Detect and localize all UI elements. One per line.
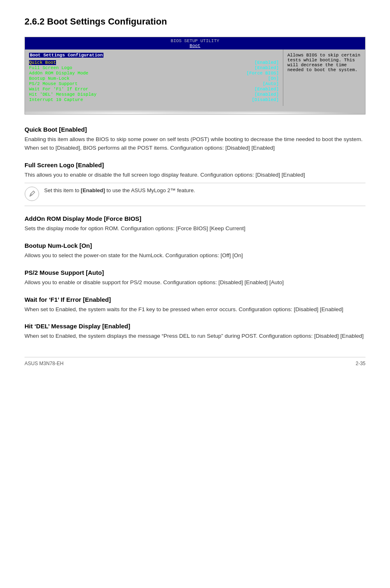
bios-item-value: [Enabled]	[255, 65, 279, 70]
section-text: This allows you to enable or disable the…	[25, 171, 365, 180]
bios-item-name: AddOn ROM Display Mode	[29, 71, 88, 76]
bios-item-name: Full Screen Logo	[29, 65, 72, 70]
section-text: Sets the display mode for option ROM. Co…	[25, 224, 365, 233]
section-ps2-mouse: PS/2 Mouse Support [Auto]Allows you to e…	[25, 269, 365, 287]
section-heading: Hit ‘DEL’ Message Display [Enabled]	[25, 323, 365, 330]
content-sections: Quick Boot [Enabled]Enabling this item a…	[25, 126, 365, 341]
section-text: When set to Enabled, the system displays…	[25, 332, 365, 341]
section-full-screen-logo: Full Screen Logo [Enabled]This allows yo…	[25, 162, 365, 206]
bios-left-panel: Boot Settings Configuration Quick Boot[E…	[25, 49, 283, 106]
section-quick-boot: Quick Boot [Enabled]Enabling this item a…	[25, 126, 365, 153]
bios-menu-item: Quick Boot[Enabled]	[29, 60, 279, 65]
page-title: 2.6.2 Boot Settings Configuration	[25, 16, 365, 27]
section-hit-del: Hit ‘DEL’ Message Display [Enabled]When …	[25, 323, 365, 341]
bios-item-name: Quick Boot	[29, 60, 56, 65]
section-wait-f1: Wait for ‘F1’ If Error [Enabled]When set…	[25, 296, 365, 314]
note-pencil-icon	[25, 186, 39, 202]
section-heading: Wait for ‘F1’ If Error [Enabled]	[25, 296, 365, 303]
section-heading: PS/2 Mouse Support [Auto]	[25, 269, 365, 276]
bios-menu-item: PS/2 Mouse Support[Auto]	[29, 81, 279, 86]
bios-menu-item: Interrupt 19 Capture[Disabled]	[29, 97, 279, 102]
footer-page-number: 2-35	[356, 361, 365, 366]
footer-product: ASUS M3N78-EH	[25, 361, 63, 366]
bios-item-name: Interrupt 19 Capture	[29, 97, 83, 102]
section-text: Allows you to select the power-on state …	[25, 251, 365, 260]
bios-item-name: Wait For 'F1' If Error	[29, 87, 88, 92]
bios-item-name: PS/2 Mouse Support	[29, 81, 78, 86]
bios-header: BIOS SETUP UTILITY Boot	[25, 37, 365, 49]
note-text: Set this item to [Enabled] to use the AS…	[44, 186, 195, 195]
section-heading: Quick Boot [Enabled]	[25, 126, 365, 133]
bios-header-title: BIOS SETUP UTILITY	[25, 38, 365, 43]
bios-menu-item: Bootup Num-Lock[On]	[29, 76, 279, 81]
bios-screen: BIOS SETUP UTILITY Boot Boot Settings Co…	[25, 37, 365, 114]
section-text: Enabling this item allows the BIOS to sk…	[25, 135, 365, 153]
svg-point-0	[25, 187, 39, 201]
bios-menu-item: AddOn ROM Display Mode[Force BIOS]	[29, 71, 279, 76]
bios-item-value: [Force BIOS]	[247, 71, 279, 76]
bios-item-value: [Disabled]	[252, 97, 279, 102]
bios-menu-item: Full Screen Logo[Enabled]	[29, 65, 279, 70]
page-footer: ASUS M3N78-EH 2-35	[25, 357, 365, 366]
bios-help-panel: Allows BIOS to skip certain tests while …	[283, 49, 365, 106]
section-heading: Full Screen Logo [Enabled]	[25, 162, 365, 168]
section-addon-rom: AddOn ROM Display Mode [Force BIOS]Sets …	[25, 215, 365, 233]
bios-menu-list: Quick Boot[Enabled]Full Screen Logo[Enab…	[29, 60, 279, 102]
bios-tail	[25, 106, 365, 114]
note-box: Set this item to [Enabled] to use the AS…	[25, 183, 365, 206]
bios-item-value: [On]	[268, 76, 279, 81]
bios-item-value: [Auto]	[262, 81, 279, 86]
bios-header-sub: Boot	[25, 43, 365, 48]
bios-item-value: [Enabled]	[255, 87, 279, 92]
bios-item-value: [Enabled]	[255, 60, 279, 65]
section-heading: Bootup Num-Lock [On]	[25, 242, 365, 249]
bios-menu-item: Wait For 'F1' If Error[Enabled]	[29, 87, 279, 92]
bios-item-value: [Enabled]	[255, 92, 279, 97]
bios-item-name: Bootup Num-Lock	[29, 76, 69, 81]
bios-item-name: Hit 'DEL' Message Display	[29, 92, 96, 97]
bios-menu-item: Hit 'DEL' Message Display[Enabled]	[29, 92, 279, 97]
section-text: When set to Enabled, the system waits fo…	[25, 305, 365, 314]
bios-section-title: Boot Settings Configuration	[29, 53, 103, 58]
section-bootup-numlock: Bootup Num-Lock [On]Allows you to select…	[25, 242, 365, 260]
section-text: Allows you to enable or disable support …	[25, 278, 365, 287]
bios-body: Boot Settings Configuration Quick Boot[E…	[25, 49, 365, 106]
section-heading: AddOn ROM Display Mode [Force BIOS]	[25, 215, 365, 222]
